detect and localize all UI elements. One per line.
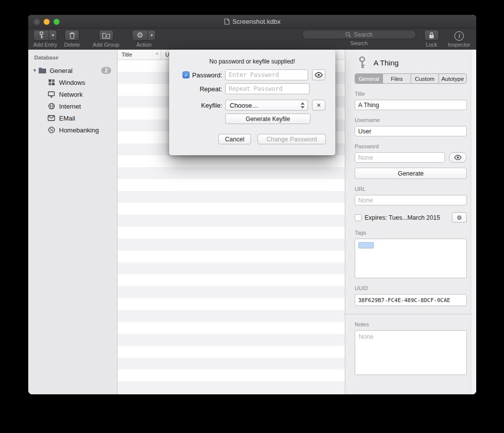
sidebar: Database ▼ General 2 Windows Network xyxy=(28,50,118,394)
add-entry-button[interactable]: ▾ xyxy=(33,30,57,41)
sidebar-item-label: Internet xyxy=(59,103,81,110)
generate-password-button[interactable]: Generate xyxy=(355,168,467,179)
search-placeholder: Search xyxy=(354,31,373,38)
generate-keyfile-button[interactable]: Generate Keyfile xyxy=(225,114,311,124)
keyfile-dropdown[interactable]: Choose… xyxy=(225,100,308,111)
entry-key-icon xyxy=(358,56,367,69)
column-header-title[interactable]: Title ^ xyxy=(118,50,161,60)
window-title-text: Screenshot.kdbx xyxy=(233,18,281,25)
add-group-label: Add Group xyxy=(93,42,119,48)
check-icon: ✓ xyxy=(184,72,188,78)
url-field-label: URL xyxy=(355,186,467,192)
enter-password-input[interactable] xyxy=(225,69,308,80)
lock-icon xyxy=(429,32,435,39)
inspector-tabs: General Files Custom Autotype xyxy=(355,73,467,84)
tab-files[interactable]: Files xyxy=(383,74,411,83)
search-group: Search Search xyxy=(302,30,416,46)
url-field[interactable] xyxy=(355,195,467,205)
tab-general[interactable]: General xyxy=(355,74,383,83)
sidebar-item-label: Homebanking xyxy=(59,126,99,134)
gear-icon: ⚙ xyxy=(132,30,148,40)
tags-label: Tags xyxy=(355,230,467,236)
tab-autotype[interactable]: Autotype xyxy=(439,74,466,83)
sidebar-item-internet[interactable]: Internet xyxy=(28,100,117,112)
lock-label: Lock xyxy=(426,42,437,48)
notes-field[interactable]: None xyxy=(355,330,467,375)
change-password-sheet: No password or keyfile supplied! ✓ Passw… xyxy=(169,50,335,155)
reveal-password-button[interactable] xyxy=(449,152,467,163)
repeat-row: Repeat: xyxy=(179,83,325,94)
action-button[interactable]: ⚙ ▾ xyxy=(132,30,156,41)
column-title-label: Title xyxy=(122,52,132,58)
tab-custom[interactable]: Custom xyxy=(411,74,439,83)
search-icon xyxy=(345,32,351,38)
sheet-buttons: Cancel Change Password xyxy=(218,134,335,144)
sheet-password-label: Password: xyxy=(192,71,222,79)
title-field[interactable] xyxy=(355,100,467,110)
uuid-label: UUID xyxy=(355,285,467,291)
notes-placeholder: None xyxy=(359,333,374,340)
close-window-button[interactable] xyxy=(34,19,40,25)
sheet-message: No password or keyfile supplied! xyxy=(169,50,335,65)
search-input[interactable]: Search xyxy=(302,30,416,39)
title-field-label: Title xyxy=(355,91,467,97)
change-password-button[interactable]: Change Password xyxy=(257,134,326,144)
minimize-window-button[interactable] xyxy=(44,19,50,25)
expires-checkbox[interactable] xyxy=(355,214,362,221)
document-icon xyxy=(224,18,230,25)
sheet-repeat-label: Repeat: xyxy=(199,85,222,93)
expires-settings-button[interactable]: ⚙ xyxy=(452,212,467,223)
sidebar-item-windows[interactable]: Windows xyxy=(28,76,117,88)
expires-row: Expires: Tues...March 2015 ⚙ xyxy=(355,212,467,223)
delete-group: Delete xyxy=(64,30,80,48)
password-field-label: Password xyxy=(355,143,467,149)
sidebar-item-label: Network xyxy=(59,91,83,98)
zoom-window-button[interactable] xyxy=(54,19,60,25)
inspector-toggle-group: i Inspector xyxy=(448,30,470,48)
delete-button[interactable] xyxy=(64,30,79,41)
password-row: ✓ Password: xyxy=(179,69,325,80)
disclosure-triangle-icon[interactable]: ▼ xyxy=(31,68,38,73)
inspector-header: A Thing xyxy=(355,56,467,69)
keyfile-row: Keyfile: Choose… × xyxy=(179,100,325,111)
stepper-arrows-icon xyxy=(301,102,306,109)
action-label: Action xyxy=(136,42,152,48)
add-entry-label: Add Entry xyxy=(33,42,57,48)
titlebar: Screenshot.kdbx xyxy=(28,15,476,28)
window-title: Screenshot.kdbx xyxy=(224,18,281,25)
add-group-button[interactable] xyxy=(99,30,114,41)
toolbar: ▾ Add Entry Delete Add Group ⚙ ▾ xyxy=(28,28,476,50)
lock-button[interactable] xyxy=(424,30,439,41)
chevron-down-icon[interactable]: ▾ xyxy=(49,30,57,40)
repeat-password-input[interactable] xyxy=(225,83,310,94)
inspector-panel: A Thing General Files Custom Autotype Ti… xyxy=(345,50,476,394)
folder-plus-icon xyxy=(102,32,110,39)
inspector-scrollbar[interactable] xyxy=(471,50,476,394)
username-field[interactable] xyxy=(355,126,467,136)
chevron-down-icon[interactable]: ▾ xyxy=(148,30,155,40)
password-field[interactable] xyxy=(355,152,445,163)
sidebar-group-general[interactable]: ▼ General 2 xyxy=(28,64,117,76)
divider xyxy=(345,314,476,314)
sidebar-item-network[interactable]: Network xyxy=(28,88,117,100)
tags-box[interactable] xyxy=(355,239,467,278)
globe-icon xyxy=(47,103,56,110)
reveal-sheet-password-button[interactable] xyxy=(312,69,325,80)
uuid-field[interactable] xyxy=(355,294,467,306)
inspector-button[interactable]: i xyxy=(454,31,464,41)
clear-keyfile-button[interactable]: × xyxy=(312,100,325,111)
key-icon xyxy=(34,30,49,40)
folder-icon xyxy=(38,67,47,74)
expires-label: Expires: Tues...March 2015 xyxy=(365,214,440,221)
coin-percent-icon xyxy=(47,126,56,133)
trash-icon xyxy=(69,32,75,39)
cancel-button[interactable]: Cancel xyxy=(218,134,251,144)
close-x-icon: × xyxy=(317,101,321,109)
desktop: { "titlebar": { "title": "Screenshot.kdb… xyxy=(0,0,504,433)
add-group-group: Add Group xyxy=(93,30,119,48)
sidebar-item-email[interactable]: EMail xyxy=(28,112,117,124)
tag-pill[interactable] xyxy=(358,242,374,248)
password-checkbox[interactable]: ✓ xyxy=(183,71,189,78)
sidebar-item-homebanking[interactable]: Homebanking xyxy=(28,124,117,136)
lock-group: Lock xyxy=(424,30,439,48)
